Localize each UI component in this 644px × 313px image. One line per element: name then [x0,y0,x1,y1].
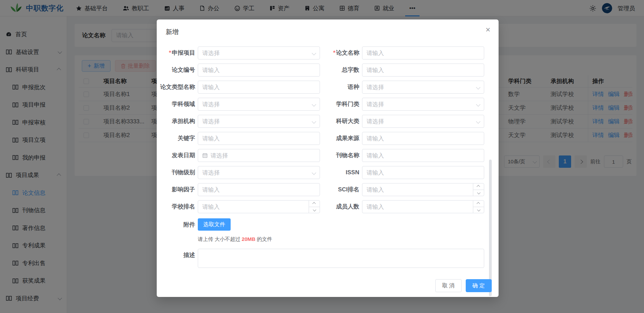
school-rank-placeholder: 请输入 [202,203,220,211]
achievement-source-input[interactable]: 请输入 [362,132,484,145]
field-undertaking-org: 承担机构请选择 [159,115,320,128]
journal-level-select[interactable]: 请选择 [198,166,320,179]
field-paper-title: *论文名称请输入 [320,46,484,59]
upload-hint: 请上传 大小不超过 20MB 的文件 [198,236,496,243]
member-count-number[interactable]: 请输入 [362,200,484,213]
close-icon[interactable]: × [486,26,490,34]
school-rank-increase-button[interactable] [309,201,320,207]
member-count-label: 成员人数 [324,200,359,213]
sci-rank-number[interactable]: 请输入 [362,183,484,196]
school-rank-stepper [309,201,320,213]
sci-rank-placeholder: 请输入 [366,186,384,194]
subject-category-label: 学科门类 [324,98,359,111]
impact-factor-placeholder: 请输入 [202,186,220,194]
paper-title-label: *论文名称 [324,46,359,59]
description-textarea[interactable] [198,249,484,268]
publish-date-date[interactable]: 请选择 [198,149,320,162]
subject-field-label: 学科领域 [159,98,195,111]
sci-rank-label: SCI排名 [324,183,359,196]
required-mark: * [333,50,335,56]
issn-input[interactable]: 请输入 [362,166,484,179]
word-count-placeholder: 请输入 [366,66,384,74]
form-row-3: 学科领域请选择学科门类请选择 [159,98,496,111]
chevron-down-icon [476,119,480,124]
field-publish-date: 发表日期请选择 [159,149,320,162]
subject-category-select[interactable]: 请选择 [362,98,484,111]
field-paper-no: 论文编号请输入 [159,64,320,77]
chevron-up-icon [477,185,480,189]
member-count-decrease-button[interactable] [473,207,484,213]
hint-size: 20MB [242,236,255,242]
hint-suffix: 的文件 [255,236,272,242]
member-count-label-text: 成员人数 [336,203,359,210]
sci-rank-decrease-button[interactable] [473,190,484,196]
hint-prefix: 请上传 大小不超过 [198,236,242,242]
member-count-increase-button[interactable] [473,201,484,207]
subject-field-select[interactable]: 请选择 [198,98,320,111]
journal-name-placeholder: 请输入 [366,152,384,160]
dialog-title: 新增 [166,28,179,37]
research-class-label: 科研大类 [324,115,359,128]
word-count-label-text: 总字数 [342,67,359,73]
paper-type-name-placeholder: 请输入 [202,83,220,91]
description-label: 描述 [159,249,195,268]
chevron-down-icon [477,208,480,212]
field-member-count: 成员人数请输入 [320,200,484,213]
chevron-down-icon [312,102,316,107]
sci-rank-label-text: SCI排名 [338,186,359,193]
language-select[interactable]: 请选择 [362,81,484,94]
calendar-icon [202,153,208,158]
research-class-placeholder: 请选择 [366,118,384,125]
field-impact-factor: 影响因子请输入 [159,183,320,196]
paper-no-label-text: 论文编号 [172,67,195,73]
member-count-stepper [473,201,484,213]
keywords-placeholder: 请输入 [202,135,220,142]
dialog-scrollbar[interactable] [489,160,492,296]
chevron-up-icon [312,202,316,206]
confirm-button[interactable]: 确 定 [466,279,492,292]
paper-no-input[interactable]: 请输入 [198,64,320,77]
keywords-input[interactable]: 请输入 [198,132,320,145]
choose-file-button[interactable]: 选取文件 [198,218,231,231]
field-paper-type-name: 论文类型名称请输入 [159,81,320,94]
form-row-9: 学校排名请输入成员人数请输入 [159,200,496,213]
paper-no-label: 论文编号 [159,64,195,77]
form-row-0: *申报项目请选择*论文名称请输入 [159,46,496,59]
sci-rank-stepper [473,183,484,196]
apply-project-placeholder: 请选择 [202,49,220,57]
journal-level-placeholder: 请选择 [202,169,220,177]
undertaking-org-select[interactable]: 请选择 [198,115,320,128]
publish-date-label-text: 发表日期 [172,152,195,159]
form-row-2: 论文类型名称请输入语种请选择 [159,81,496,94]
field-issn: ISSN请输入 [320,166,484,179]
school-rank-number[interactable]: 请输入 [198,200,320,213]
attachment-row: 附件 选取文件 [159,218,496,231]
field-keywords: 关键字请输入 [159,132,320,145]
paper-title-input[interactable]: 请输入 [362,46,484,59]
form-row-7: 刊物级别请选择ISSN请输入 [159,166,496,179]
word-count-input[interactable]: 请输入 [362,64,484,77]
form-row-6: 发表日期请选择刊物名称请输入 [159,149,496,162]
impact-factor-input[interactable]: 请输入 [198,183,320,196]
form-row-8: 影响因子请输入SCI排名请输入 [159,183,496,196]
journal-level-label-text: 刊物级别 [172,169,195,176]
keywords-label: 关键字 [159,132,195,145]
field-research-class: 科研大类请选择 [320,115,484,128]
journal-name-input[interactable]: 请输入 [362,149,484,162]
undertaking-org-label: 承担机构 [159,115,195,128]
impact-factor-label-text: 影响因子 [172,186,195,193]
required-mark: * [169,50,171,56]
achievement-source-placeholder: 请输入 [366,135,384,142]
apply-project-select[interactable]: 请选择 [198,46,320,59]
research-class-select[interactable]: 请选择 [362,115,484,128]
language-label-text: 语种 [348,84,359,90]
school-rank-decrease-button[interactable] [309,207,320,213]
cancel-button[interactable]: 取 消 [435,279,461,292]
sci-rank-increase-button[interactable] [473,183,484,190]
field-school-rank: 学校排名请输入 [159,200,320,213]
subject-field-placeholder: 请选择 [202,100,220,108]
chevron-down-icon [313,208,316,212]
paper-type-name-input[interactable]: 请输入 [198,81,320,94]
apply-project-label-text: 申报项目 [172,50,195,56]
undertaking-org-label-text: 承担机构 [172,118,195,124]
